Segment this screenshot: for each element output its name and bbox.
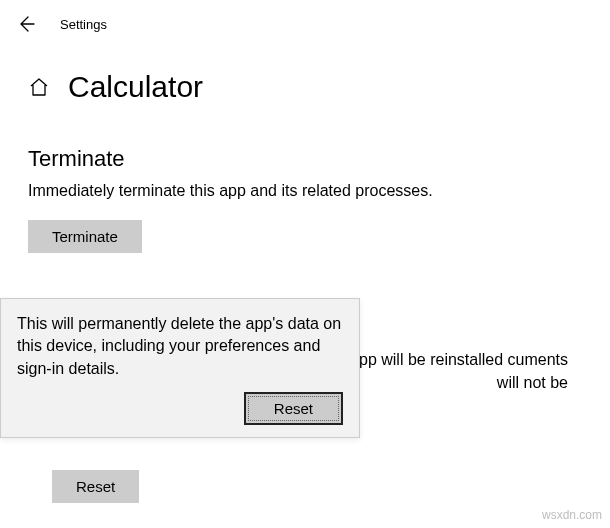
tooltip-text: This will permanently delete the app's d… [17, 313, 343, 380]
back-arrow-icon[interactable] [16, 14, 36, 34]
tooltip-reset-button[interactable]: Reset [244, 392, 343, 425]
terminate-section: Terminate Immediately terminate this app… [0, 146, 610, 253]
terminate-heading: Terminate [28, 146, 610, 172]
reset-confirm-tooltip: This will permanently delete the app's d… [0, 298, 360, 438]
header-title: Settings [60, 17, 107, 32]
reset-button[interactable]: Reset [52, 470, 139, 503]
page-title: Calculator [68, 70, 203, 104]
home-icon[interactable] [28, 76, 50, 98]
reset-button-wrap: Reset [28, 460, 139, 503]
terminate-description: Immediately terminate this app and its r… [28, 180, 568, 202]
terminate-button[interactable]: Terminate [28, 220, 142, 253]
app-title-row: Calculator [0, 34, 610, 104]
watermark: wsxdn.com [542, 508, 602, 522]
header-bar: Settings [0, 0, 610, 34]
